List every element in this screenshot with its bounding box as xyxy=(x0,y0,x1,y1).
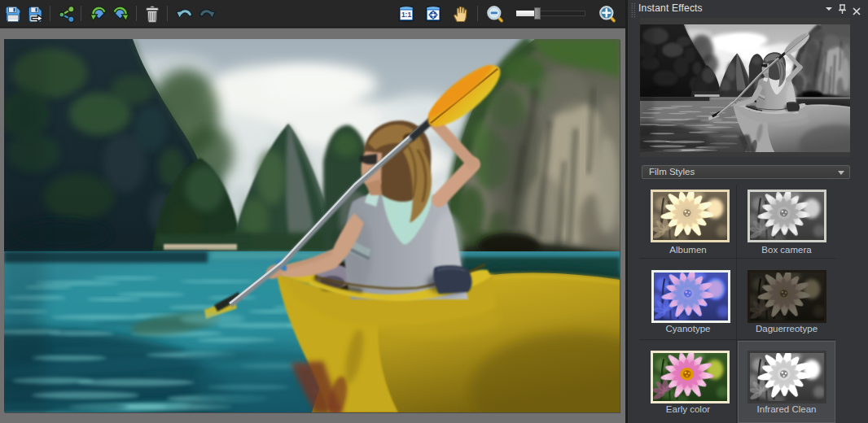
svg-text:1:1: 1:1 xyxy=(401,11,411,19)
